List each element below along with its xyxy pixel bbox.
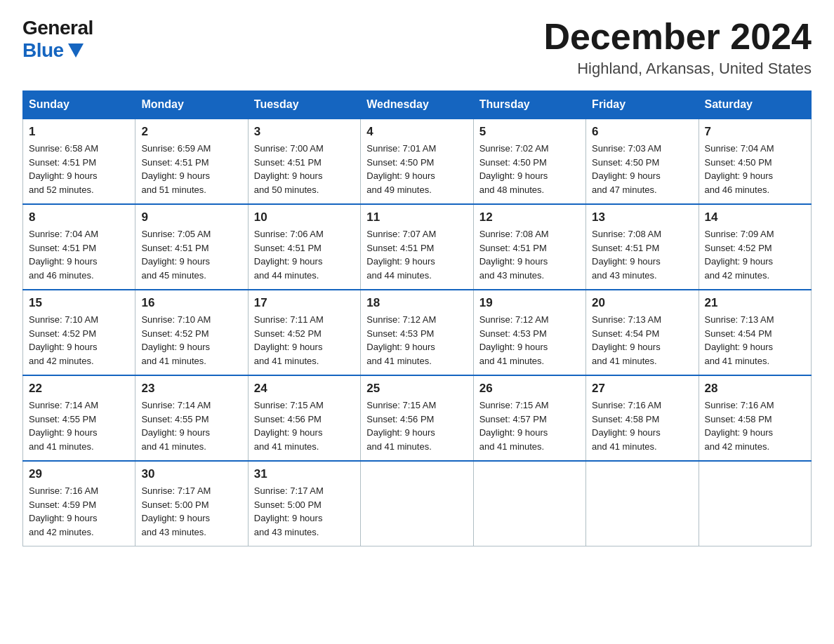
col-monday: Monday — [135, 91, 248, 119]
day-number: 31 — [254, 467, 355, 481]
day-info: Sunrise: 7:10 AM Sunset: 4:52 PM Dayligh… — [141, 313, 241, 368]
day-number: 14 — [705, 210, 805, 224]
calendar-week-row: 15 Sunrise: 7:10 AM Sunset: 4:52 PM Dayl… — [23, 290, 812, 375]
day-number: 22 — [29, 382, 129, 396]
title-block: December 2024 Highland, Arkansas, United… — [543, 17, 812, 78]
day-number: 15 — [29, 296, 129, 310]
day-info: Sunrise: 7:12 AM Sunset: 4:53 PM Dayligh… — [479, 313, 580, 368]
day-info: Sunrise: 7:11 AM Sunset: 4:52 PM Dayligh… — [254, 313, 355, 368]
logo-triangle-icon — [68, 43, 84, 58]
table-row: 12 Sunrise: 7:08 AM Sunset: 4:51 PM Dayl… — [473, 204, 585, 290]
table-row: 26 Sunrise: 7:15 AM Sunset: 4:57 PM Dayl… — [473, 375, 585, 461]
table-row — [361, 461, 473, 546]
table-row — [699, 461, 811, 546]
day-number: 3 — [254, 125, 355, 139]
day-number: 8 — [29, 210, 129, 224]
day-info: Sunrise: 6:59 AM Sunset: 4:51 PM Dayligh… — [141, 142, 241, 196]
day-info: Sunrise: 7:02 AM Sunset: 4:50 PM Dayligh… — [479, 142, 580, 196]
day-info: Sunrise: 7:17 AM Sunset: 5:00 PM Dayligh… — [254, 484, 355, 539]
table-row: 6 Sunrise: 7:03 AM Sunset: 4:50 PM Dayli… — [586, 119, 699, 204]
table-row: 18 Sunrise: 7:12 AM Sunset: 4:53 PM Dayl… — [361, 290, 473, 375]
table-row: 28 Sunrise: 7:16 AM Sunset: 4:58 PM Dayl… — [699, 375, 811, 461]
day-info: Sunrise: 7:09 AM Sunset: 4:52 PM Dayligh… — [705, 227, 805, 282]
table-row: 27 Sunrise: 7:16 AM Sunset: 4:58 PM Dayl… — [586, 375, 699, 461]
day-info: Sunrise: 7:04 AM Sunset: 4:50 PM Dayligh… — [705, 142, 805, 196]
table-row: 31 Sunrise: 7:17 AM Sunset: 5:00 PM Dayl… — [248, 461, 360, 546]
day-info: Sunrise: 7:00 AM Sunset: 4:51 PM Dayligh… — [254, 142, 355, 196]
day-number: 23 — [141, 382, 241, 396]
page-header: General Blue December 2024 Highland, Ark… — [22, 17, 812, 78]
logo-blue-text: Blue — [22, 39, 84, 62]
day-info: Sunrise: 7:15 AM Sunset: 4:56 PM Dayligh… — [254, 398, 355, 453]
calendar-week-row: 29 Sunrise: 7:16 AM Sunset: 4:59 PM Dayl… — [23, 461, 812, 546]
day-info: Sunrise: 7:16 AM Sunset: 4:59 PM Dayligh… — [29, 484, 129, 539]
calendar-week-row: 22 Sunrise: 7:14 AM Sunset: 4:55 PM Dayl… — [23, 375, 812, 461]
day-info: Sunrise: 6:58 AM Sunset: 4:51 PM Dayligh… — [29, 142, 129, 196]
table-row: 21 Sunrise: 7:13 AM Sunset: 4:54 PM Dayl… — [699, 290, 811, 375]
day-info: Sunrise: 7:15 AM Sunset: 4:57 PM Dayligh… — [479, 398, 580, 453]
day-number: 12 — [479, 210, 580, 224]
day-number: 17 — [254, 296, 355, 310]
day-info: Sunrise: 7:15 AM Sunset: 4:56 PM Dayligh… — [366, 398, 467, 453]
location-title: Highland, Arkansas, United States — [543, 60, 812, 78]
table-row: 5 Sunrise: 7:02 AM Sunset: 4:50 PM Dayli… — [473, 119, 585, 204]
day-number: 18 — [366, 296, 467, 310]
day-info: Sunrise: 7:13 AM Sunset: 4:54 PM Dayligh… — [592, 313, 692, 368]
day-info: Sunrise: 7:14 AM Sunset: 4:55 PM Dayligh… — [141, 398, 241, 453]
day-number: 2 — [141, 125, 241, 139]
day-info: Sunrise: 7:07 AM Sunset: 4:51 PM Dayligh… — [366, 227, 467, 282]
day-number: 24 — [254, 382, 355, 396]
day-info: Sunrise: 7:06 AM Sunset: 4:51 PM Dayligh… — [254, 227, 355, 282]
table-row: 30 Sunrise: 7:17 AM Sunset: 5:00 PM Dayl… — [135, 461, 248, 546]
col-wednesday: Wednesday — [361, 91, 473, 119]
col-saturday: Saturday — [699, 91, 811, 119]
col-thursday: Thursday — [473, 91, 585, 119]
table-row — [586, 461, 699, 546]
table-row: 11 Sunrise: 7:07 AM Sunset: 4:51 PM Dayl… — [361, 204, 473, 290]
day-number: 28 — [705, 382, 805, 396]
day-info: Sunrise: 7:05 AM Sunset: 4:51 PM Dayligh… — [141, 227, 241, 282]
day-info: Sunrise: 7:08 AM Sunset: 4:51 PM Dayligh… — [592, 227, 692, 282]
svg-marker-0 — [68, 43, 84, 58]
day-number: 30 — [141, 467, 241, 481]
day-number: 9 — [141, 210, 241, 224]
day-info: Sunrise: 7:13 AM Sunset: 4:54 PM Dayligh… — [705, 313, 805, 368]
table-row: 10 Sunrise: 7:06 AM Sunset: 4:51 PM Dayl… — [248, 204, 360, 290]
day-number: 21 — [705, 296, 805, 310]
table-row: 8 Sunrise: 7:04 AM Sunset: 4:51 PM Dayli… — [23, 204, 135, 290]
table-row: 23 Sunrise: 7:14 AM Sunset: 4:55 PM Dayl… — [135, 375, 248, 461]
table-row: 1 Sunrise: 6:58 AM Sunset: 4:51 PM Dayli… — [23, 119, 135, 204]
table-row: 24 Sunrise: 7:15 AM Sunset: 4:56 PM Dayl… — [248, 375, 360, 461]
table-row: 3 Sunrise: 7:00 AM Sunset: 4:51 PM Dayli… — [248, 119, 360, 204]
day-info: Sunrise: 7:08 AM Sunset: 4:51 PM Dayligh… — [479, 227, 580, 282]
calendar-week-row: 8 Sunrise: 7:04 AM Sunset: 4:51 PM Dayli… — [23, 204, 812, 290]
table-row: 29 Sunrise: 7:16 AM Sunset: 4:59 PM Dayl… — [23, 461, 135, 546]
table-row: 17 Sunrise: 7:11 AM Sunset: 4:52 PM Dayl… — [248, 290, 360, 375]
day-number: 10 — [254, 210, 355, 224]
logo: General Blue — [22, 17, 105, 62]
calendar-week-row: 1 Sunrise: 6:58 AM Sunset: 4:51 PM Dayli… — [23, 119, 812, 204]
day-number: 11 — [366, 210, 467, 224]
day-number: 13 — [592, 210, 692, 224]
month-title: December 2024 — [543, 17, 812, 57]
day-info: Sunrise: 7:01 AM Sunset: 4:50 PM Dayligh… — [366, 142, 467, 196]
col-friday: Friday — [586, 91, 699, 119]
day-number: 4 — [366, 125, 467, 139]
day-number: 5 — [479, 125, 580, 139]
table-row: 15 Sunrise: 7:10 AM Sunset: 4:52 PM Dayl… — [23, 290, 135, 375]
day-info: Sunrise: 7:03 AM Sunset: 4:50 PM Dayligh… — [592, 142, 692, 196]
day-number: 16 — [141, 296, 241, 310]
col-sunday: Sunday — [23, 91, 135, 119]
day-number: 26 — [479, 382, 580, 396]
table-row: 19 Sunrise: 7:12 AM Sunset: 4:53 PM Dayl… — [473, 290, 585, 375]
day-info: Sunrise: 7:04 AM Sunset: 4:51 PM Dayligh… — [29, 227, 129, 282]
day-info: Sunrise: 7:16 AM Sunset: 4:58 PM Dayligh… — [592, 398, 692, 453]
day-number: 29 — [29, 467, 129, 481]
day-info: Sunrise: 7:10 AM Sunset: 4:52 PM Dayligh… — [29, 313, 129, 368]
table-row: 22 Sunrise: 7:14 AM Sunset: 4:55 PM Dayl… — [23, 375, 135, 461]
day-number: 7 — [705, 125, 805, 139]
day-info: Sunrise: 7:14 AM Sunset: 4:55 PM Dayligh… — [29, 398, 129, 453]
day-number: 19 — [479, 296, 580, 310]
table-row: 13 Sunrise: 7:08 AM Sunset: 4:51 PM Dayl… — [586, 204, 699, 290]
day-info: Sunrise: 7:17 AM Sunset: 5:00 PM Dayligh… — [141, 484, 241, 539]
